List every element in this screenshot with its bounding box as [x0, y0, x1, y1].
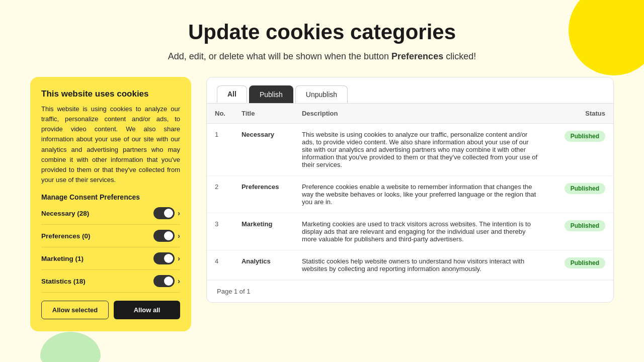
tab-all[interactable]: All	[217, 85, 247, 103]
status-badge-4: Published	[565, 257, 605, 268]
pref-row-statistics: Statistics (18) ›	[41, 275, 180, 293]
table-row: 1 Necessary This website is using cookie…	[207, 124, 613, 176]
pref-controls-statistics: ›	[153, 275, 180, 287]
chevron-right-preferences[interactable]: ›	[178, 232, 180, 240]
allow-selected-button[interactable]: Allow selected	[41, 301, 109, 319]
col-header-status: Status	[548, 104, 613, 124]
pref-label-marketing: Marketing (1)	[41, 255, 84, 262]
pref-row-preferences: Preferences (0) ›	[41, 230, 180, 247]
status-badge-1: Published	[565, 131, 605, 142]
pref-row-necessary: Necessary (28) ›	[41, 207, 180, 225]
table-panel: All Publish Unpublish No. Title Descript…	[206, 77, 614, 303]
cookie-card-title: This website uses cookies	[41, 89, 180, 99]
cell-title-2: Preferences	[233, 176, 294, 213]
cell-status-3: Published	[548, 213, 613, 250]
toggle-preferences[interactable]	[153, 230, 175, 242]
subtitle-end: clicked!	[443, 51, 476, 61]
col-header-description: Description	[294, 104, 548, 124]
page-header: Update cookies categories Add, edit, or …	[30, 20, 614, 62]
cell-status-2: Published	[548, 176, 613, 213]
pref-controls-necessary: ›	[153, 207, 180, 219]
cell-no-3: 3	[207, 213, 233, 250]
status-badge-3: Published	[565, 220, 605, 231]
pref-row-marketing: Marketing (1) ›	[41, 252, 180, 270]
col-header-no: No.	[207, 104, 233, 124]
cookie-card-description: This website is using cookies to analyze…	[41, 104, 180, 185]
subtitle-start: Add, edit, or delete what will be shown …	[168, 51, 391, 61]
table-body: 1 Necessary This website is using cookie…	[207, 124, 613, 280]
tab-publish[interactable]: Publish	[249, 85, 293, 103]
cell-title-1: Necessary	[233, 124, 294, 176]
status-badge-2: Published	[565, 183, 605, 194]
chevron-right-necessary[interactable]: ›	[178, 209, 180, 217]
toggle-marketing[interactable]	[153, 252, 175, 264]
cell-description-1: This website is using cookies to analyze…	[294, 124, 548, 176]
cell-description-2: Preference cookies enable a website to r…	[294, 176, 548, 213]
pref-label-statistics: Statistics (18)	[41, 278, 86, 285]
cell-description-3: Marketing cookies are used to track visi…	[294, 213, 548, 250]
manage-consent-title: Manage Consent Preferences	[41, 193, 180, 201]
pref-controls-preferences: ›	[153, 230, 180, 242]
pref-controls-marketing: ›	[153, 252, 180, 264]
cell-description-4: Statistic cookies help website owners to…	[294, 250, 548, 280]
chevron-right-statistics[interactable]: ›	[178, 277, 180, 285]
table-row: 3 Marketing Marketing cookies are used t…	[207, 213, 613, 250]
table-row: 2 Preferences Preference cookies enable …	[207, 176, 613, 213]
main-content: This website uses cookies This website i…	[30, 77, 614, 331]
pagination-info: Page 1 of 1	[217, 288, 251, 295]
cookie-buttons: Allow selected Allow all	[41, 301, 180, 319]
cookies-table: No. Title Description Status 1 Necessary…	[207, 104, 613, 280]
pref-label-preferences: Preferences (0)	[41, 232, 91, 240]
cell-status-1: Published	[548, 124, 613, 176]
col-header-title: Title	[233, 104, 294, 124]
cell-no-1: 1	[207, 124, 233, 176]
cell-title-4: Analytics	[233, 250, 294, 280]
toggle-statistics[interactable]	[153, 275, 175, 287]
page-title: Update cookies categories	[30, 20, 614, 44]
tab-unpublish[interactable]: Unpublish	[295, 85, 348, 103]
pref-label-necessary: Necessary (28)	[41, 210, 89, 217]
page-subtitle: Add, edit, or delete what will be shown …	[30, 51, 614, 62]
subtitle-bold: Preferences	[391, 51, 443, 61]
table-container: No. Title Description Status 1 Necessary…	[207, 104, 613, 280]
table-tabs: All Publish Unpublish	[207, 77, 613, 104]
cell-title-3: Marketing	[233, 213, 294, 250]
cookie-consent-card: This website uses cookies This website i…	[30, 77, 191, 331]
table-row: 4 Analytics Statistic cookies help websi…	[207, 250, 613, 280]
table-footer: Page 1 of 1	[207, 280, 613, 302]
cell-no-4: 4	[207, 250, 233, 280]
toggle-necessary[interactable]	[153, 207, 175, 219]
table-header-row: No. Title Description Status	[207, 104, 613, 124]
cell-status-4: Published	[548, 250, 613, 280]
allow-all-button[interactable]: Allow all	[114, 301, 180, 319]
chevron-right-marketing[interactable]: ›	[178, 254, 180, 262]
cell-no-2: 2	[207, 176, 233, 213]
